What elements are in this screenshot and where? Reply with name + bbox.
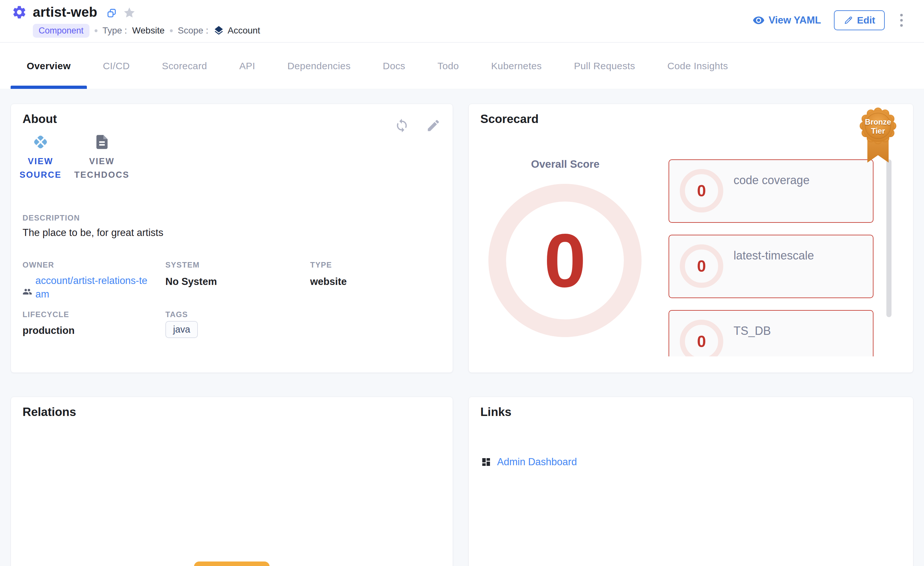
relations-card-title: Relations	[22, 405, 76, 419]
system-label: SYSTEM	[165, 260, 200, 269]
check-donut: 0	[680, 244, 723, 288]
system-value: No System	[165, 276, 217, 288]
tab-api[interactable]: API	[223, 43, 272, 89]
group-icon	[22, 287, 32, 297]
type-value: Website	[132, 26, 165, 36]
check-card-ts-db[interactable]: 0 TS_DB	[669, 310, 873, 357]
edit-about-pencil-icon[interactable]	[426, 118, 441, 133]
copy-icon[interactable]	[106, 8, 117, 19]
check-score: 0	[697, 182, 706, 200]
entity-meta-row: Component Type : Website Scope : Account	[33, 23, 260, 38]
description-label: DESCRIPTION	[22, 214, 80, 223]
scope-value: Account	[228, 26, 260, 36]
check-card-code-coverage[interactable]: 0 code coverage	[669, 160, 873, 223]
check-score: 0	[697, 332, 706, 351]
refresh-icon[interactable]	[394, 118, 409, 133]
relations-card: Relations	[10, 397, 453, 566]
about-card-title: About	[22, 112, 57, 126]
bronze-tier-ribbon-icon: Bronze Tier	[858, 107, 898, 167]
view-source-label: VIEW SOURCE	[14, 155, 68, 182]
tab-pull-requests[interactable]: Pull Requests	[558, 43, 651, 89]
techdocs-icon	[94, 134, 110, 151]
check-donut: 0	[680, 320, 723, 357]
tags-label: TAGS	[165, 310, 188, 319]
component-gear-icon	[12, 5, 27, 20]
more-options-kebab-icon[interactable]	[898, 11, 905, 29]
tier-line1: Bronze	[858, 117, 898, 126]
tab-scorecard[interactable]: Scorecard	[146, 43, 223, 89]
check-name: code coverage	[734, 173, 810, 187]
overall-score-donut: 0	[488, 184, 642, 337]
entity-tabbar: Overview CI/CD Scorecard API Dependencie…	[0, 43, 924, 89]
tab-kubernetes[interactable]: Kubernetes	[475, 43, 558, 89]
view-yaml-label: View YAML	[769, 15, 821, 26]
entity-header: artist-web Component Type : Website Scop…	[0, 0, 924, 42]
type-value-field: website	[310, 276, 347, 288]
type-label: Type :	[103, 26, 127, 36]
lifecycle-value: production	[22, 325, 75, 336]
lifecycle-label: LIFECYCLE	[22, 310, 69, 319]
scorecard-checks-list: 0 code coverage 0 latest-timescale 0 TS_…	[669, 160, 873, 357]
about-card: About VIEW SOURCE VIEW TECHDOCS DESCRIPT…	[10, 104, 453, 373]
description-value: The place to be, for great artists	[22, 227, 164, 239]
eye-icon	[753, 14, 765, 26]
owner-row: account/artist-relations-team	[22, 274, 151, 301]
check-donut: 0	[680, 169, 723, 212]
dashboard-icon	[481, 457, 491, 467]
star-icon[interactable]	[123, 6, 136, 19]
owner-link[interactable]: account/artist-relations-team	[35, 274, 151, 301]
link-label[interactable]: Admin Dashboard	[497, 456, 577, 468]
pencil-icon	[844, 15, 853, 25]
check-card-latest-timescale[interactable]: 0 latest-timescale	[669, 235, 873, 298]
check-name: TS_DB	[734, 324, 771, 338]
view-techdocs-button[interactable]: VIEW TECHDOCS	[72, 134, 132, 182]
tag-chip-java[interactable]: java	[165, 321, 198, 338]
link-item-admin-dashboard[interactable]: Admin Dashboard	[481, 456, 577, 468]
check-score: 0	[697, 257, 706, 275]
edit-button[interactable]: Edit	[834, 10, 885, 30]
view-source-button[interactable]: VIEW SOURCE	[14, 134, 68, 182]
scorecard-card: Scorecard Bronze Tier	[468, 104, 914, 373]
overall-score-value: 0	[544, 223, 586, 298]
edit-button-label: Edit	[857, 15, 875, 26]
tab-overview[interactable]: Overview	[10, 43, 87, 89]
check-name: latest-timescale	[734, 249, 814, 262]
view-yaml-button[interactable]: View YAML	[753, 14, 821, 26]
scorecard-card-title: Scorecard	[480, 112, 538, 126]
layers-icon	[213, 25, 224, 36]
checks-scrollbar[interactable]	[886, 160, 891, 317]
owner-label: OWNER	[22, 260, 54, 269]
tab-dependencies[interactable]: Dependencies	[271, 43, 367, 89]
page-title: artist-web	[33, 5, 97, 20]
type-field-label: TYPE	[310, 260, 332, 269]
tab-cicd[interactable]: CI/CD	[87, 43, 146, 89]
tab-todo[interactable]: Todo	[422, 43, 475, 89]
view-techdocs-label: VIEW TECHDOCS	[72, 155, 132, 182]
source-icon	[32, 134, 49, 151]
tier-badge-text: Bronze Tier	[858, 117, 898, 136]
tab-docs[interactable]: Docs	[367, 43, 422, 89]
overall-score-label: Overall Score	[469, 158, 662, 170]
links-card: Links Admin Dashboard	[468, 397, 914, 566]
scope-value-wrap: Account	[213, 25, 260, 36]
relation-graph-node[interactable]	[194, 561, 270, 566]
links-card-title: Links	[480, 405, 512, 419]
dot-separator	[170, 29, 173, 32]
scope-label: Scope :	[178, 26, 208, 36]
tab-code-insights[interactable]: Code Insights	[651, 43, 744, 89]
kind-badge: Component	[33, 24, 90, 38]
tier-line2: Tier	[858, 126, 898, 135]
dot-separator	[94, 29, 98, 32]
